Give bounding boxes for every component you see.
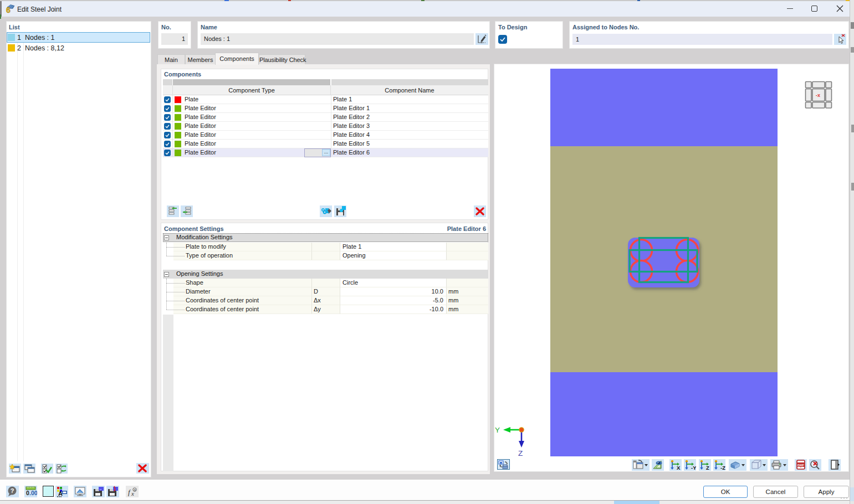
svg-text:Y: Y [495, 426, 500, 434]
svg-text:-Z: -Z [720, 465, 725, 471]
svg-text:DXF: DXF [797, 464, 804, 467]
svg-text:.00: .00 [29, 490, 37, 496]
svg-text:?: ? [11, 487, 14, 494]
svg-text:-x: -x [816, 92, 820, 98]
svg-text:Z: Z [518, 449, 523, 457]
svg-text:Z: Z [706, 465, 709, 471]
svg-text:6: 6 [6, 6, 11, 14]
svg-text:a: a [134, 488, 136, 492]
svg-text:-Y: -Y [691, 465, 696, 471]
svg-text:A: A [58, 490, 63, 497]
svg-text:X: X [677, 465, 681, 471]
